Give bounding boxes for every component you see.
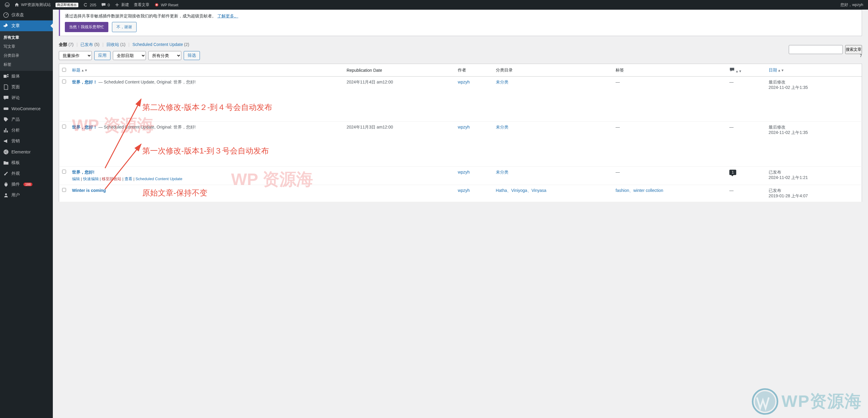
cell-tags: — [613,167,726,185]
submenu-tags[interactable]: 标签 [0,60,53,69]
folder-icon [3,160,9,166]
comments[interactable]: 0 [99,0,112,10]
contribute-notice: 通过选择共享非敏感插件数据并定期接收我们的电子邮件更新，成为超级贡献者。 了解更… [59,10,862,36]
action-scu[interactable]: Scheduled Content Update [135,177,182,181]
menu-comments[interactable]: 评论 [0,92,53,103]
category-link[interactable]: 未分类 [496,80,508,84]
cell-repub [344,185,455,202]
chart-icon [3,127,9,133]
submenu-all-posts[interactable]: 所有文章 [0,33,53,42]
posts-table: 标题▲▼ Republication Date 作者 分类目录 标签 ▲▼ 日期… [59,64,862,202]
menu-plugins[interactable]: 插件188 [0,179,53,190]
elementor-icon [3,149,9,155]
wp-logo[interactable] [2,0,12,10]
col-date[interactable]: 日期▲▼ [769,67,784,72]
user-icon [3,192,9,198]
menu-dashboard[interactable]: 仪表盘 [0,10,53,21]
filter-published[interactable]: 已发布 [81,42,93,47]
author-link[interactable]: wpzyh [458,125,470,129]
author-link[interactable]: wpzyh [458,188,470,193]
col-title[interactable]: 标题▲▼ [72,67,88,72]
date-filter-select[interactable]: 全部日期 [113,51,146,60]
category-link[interactable]: 未分类 [496,125,508,129]
comment-icon [101,2,106,7]
menu-elementor[interactable]: Elementor [0,147,53,157]
row-actions: 编辑 | 快速编辑 | 移至回收站 | 查看 | Scheduled Conte… [72,176,341,182]
menu-products[interactable]: 产品 [0,114,53,125]
category-link[interactable]: Hatha、Viniyoga、Vinyasa [496,188,546,193]
comment-count: — [729,188,734,193]
search-input[interactable] [789,45,843,54]
menu-woocommerce[interactable]: WooCommerce [0,103,53,114]
action-quick-edit[interactable]: 快速编辑 [83,177,99,181]
bulk-apply-button[interactable] [94,51,111,60]
table-row: Winter is coming wpzyh Hatha、Viniyoga、Vi… [59,185,862,202]
search-button[interactable] [845,45,862,54]
row-checkbox[interactable] [62,170,66,174]
filter-all[interactable]: 全部 [59,42,67,47]
menu-users[interactable]: 用户 [0,190,53,201]
submenu-categories[interactable]: 分类目录 [0,51,53,60]
menu-pages[interactable]: 页面 [0,82,53,92]
notice-no-button[interactable]: 不，谢谢 [112,22,136,32]
comment-count[interactable]: 1 [729,170,736,175]
cell-tags: — [613,77,726,122]
new-content[interactable]: 新建 [112,0,131,10]
action-view[interactable]: 查看 [125,177,132,181]
cell-date: 已发布2019-01-28 上午4:07 [766,185,862,202]
col-tags: 标签 [613,64,726,77]
notice-learn-more[interactable]: 了解更多。 [217,13,238,18]
store-badge[interactable]: 商店即将推出 [53,0,81,10]
notice-yes-button[interactable]: 当然！我很乐意帮忙 [65,22,108,32]
updates[interactable]: 205 [81,0,99,10]
post-title-link[interactable]: Winter is coming [72,188,106,193]
tag-link[interactable]: fashion、winter collection [616,188,663,193]
category-filter-select[interactable]: 所有分类 [148,51,181,60]
author-link[interactable]: wpzyh [458,80,470,84]
action-edit[interactable]: 编辑 [72,177,80,181]
admin-sidebar: 仪表盘 文章 所有文章 写文章 分类目录 标签 媒体 页面 评论 WooComm… [0,10,53,208]
view-post[interactable]: 查看文章 [131,0,152,10]
home-icon [14,2,19,7]
comment-count: — [729,125,734,129]
filter-button[interactable] [184,51,200,60]
filter-trash[interactable]: 回收站 [106,42,119,47]
author-link[interactable]: wpzyh [458,170,470,175]
menu-appearance[interactable]: 外观 [0,168,53,179]
menu-media[interactable]: 媒体 [0,71,53,82]
admin-bar: WP资源海测试站 商店即将推出 205 0 新建 查看文章 WP Reset 您… [0,0,868,10]
col-categories: 分类目录 [493,64,613,77]
filter-scheduled[interactable]: Scheduled Content Update [132,42,183,47]
col-comments[interactable]: ▲▼ [726,64,766,77]
action-trash[interactable]: 移至回收站 [102,177,121,181]
cell-date: 已发布2024-11-02 上午1:21 [766,167,862,185]
cell-repub: 2024年11月4日 am12:00 [344,77,455,122]
category-link[interactable]: 未分类 [496,170,508,175]
post-title-link[interactable]: 世界，您好! [72,170,95,175]
post-title-link[interactable]: 世界，您好！ [72,80,97,84]
col-repub: Republication Date [344,64,455,77]
wp-reset[interactable]: WP Reset [152,0,181,10]
menu-templates[interactable]: 模板 [0,157,53,168]
col-author: 作者 [455,64,493,77]
submenu-posts: 所有文章 写文章 分类目录 标签 [0,31,53,71]
post-title-link[interactable]: 世界，您好！ [72,125,97,129]
howdy[interactable]: 您好，wpzyh [838,0,866,10]
select-all-checkbox[interactable] [62,68,66,72]
row-checkbox[interactable] [62,125,66,128]
plugin-icon [3,181,9,187]
megaphone-icon [3,138,9,144]
row-checkbox[interactable] [62,80,66,84]
comment-count: — [729,80,734,84]
search-box [789,45,862,54]
post-title-suffix: — Scheduled Content Update, Original: 世界… [97,80,196,84]
menu-analytics[interactable]: 分析 [0,125,53,136]
submenu-new-post[interactable]: 写文章 [0,42,53,51]
bulk-action-select[interactable]: 批量操作 [59,51,92,60]
site-name[interactable]: WP资源海测试站 [12,0,53,10]
menu-posts[interactable]: 文章 [0,21,53,31]
cell-date: 最后修改2024-11-02 上午1:35 [766,77,862,122]
refresh-icon [83,2,88,7]
row-checkbox[interactable] [62,188,66,192]
menu-marketing[interactable]: 营销 [0,136,53,147]
